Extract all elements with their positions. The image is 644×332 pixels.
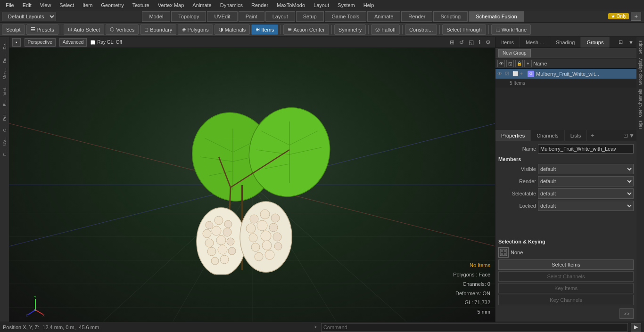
viewport-mode-btn[interactable]: Perspective	[25, 38, 56, 47]
groups-lock-btn[interactable]: 🔒	[515, 60, 523, 67]
tab-animate[interactable]: Animate	[367, 11, 400, 22]
tab-topology[interactable]: Topology	[171, 11, 206, 22]
sidebar-tab-du[interactable]: Du...	[1, 52, 8, 65]
group-eye-icon[interactable]: 👁	[497, 71, 503, 76]
tab-layout[interactable]: Layout	[265, 11, 295, 22]
locked-select[interactable]: default on off	[538, 201, 634, 211]
groups-add-btn[interactable]: +	[524, 60, 532, 67]
vp-settings-icon[interactable]: ⚙	[484, 39, 492, 46]
raygl-checkbox[interactable]	[91, 40, 95, 45]
menu-help[interactable]: Help	[360, 1, 378, 9]
rp-tab-items[interactable]: Items	[495, 37, 520, 48]
menu-texture[interactable]: Texture	[129, 1, 153, 9]
menu-view[interactable]: View	[36, 1, 55, 9]
layout-selector[interactable]: Default Layouts	[2, 12, 56, 21]
sidebar-tab-c[interactable]: C...	[1, 123, 8, 134]
sidebar-tab-e[interactable]: E...	[1, 98, 8, 108]
tab-schematic-fusion[interactable]: Schematic Fusion	[469, 11, 524, 22]
polygons-btn[interactable]: ◈ Polygons	[178, 24, 213, 35]
workplane-btn[interactable]: ⬚ WorkPlane	[491, 24, 531, 35]
presets-btn[interactable]: ☰ Presets	[26, 24, 58, 35]
pt-expand-btn[interactable]: ⊡	[623, 132, 628, 139]
group-box-icon[interactable]: ⬜	[512, 71, 518, 76]
menu-file[interactable]: File	[2, 1, 18, 9]
groups-eye-btn[interactable]: 👁	[497, 60, 505, 67]
rs-tab-user-channels[interactable]: User Channels	[637, 87, 643, 119]
menu-layout[interactable]: Layout	[310, 1, 333, 9]
select-items-btn[interactable]: Select Items	[498, 259, 634, 270]
viewport-toggle-btn[interactable]: ▪	[12, 38, 21, 47]
auto-select-btn[interactable]: ⊡ Auto Select	[64, 24, 104, 35]
vp-camera-icon[interactable]: ◱	[467, 39, 475, 46]
rp-tab-shading[interactable]: Shading	[550, 37, 581, 48]
menu-animate[interactable]: Animate	[189, 1, 215, 9]
tab-uvedit[interactable]: UVEdit	[207, 11, 237, 22]
vertices-btn[interactable]: ⬡ Vertices	[106, 24, 139, 35]
selectable-select[interactable]: default on off	[538, 188, 634, 199]
group-row-mulberry[interactable]: 👁 ☑ ⬜ + G Mulberry_Fruit_White_wit...	[495, 69, 636, 79]
rs-tab-group-display[interactable]: Group Display	[637, 57, 643, 87]
constraints-btn[interactable]: Constrai...	[405, 24, 437, 35]
3d-scene[interactable]: Z X Y No Items Polygons : Face Channels:…	[9, 48, 495, 322]
menu-item[interactable]: Item	[79, 1, 96, 9]
viewport-shading-btn[interactable]: Advanced	[59, 38, 87, 47]
sidebar-tab-uv[interactable]: UV...	[1, 135, 8, 147]
tab-setup[interactable]: Setup	[296, 11, 324, 22]
group-check-icon[interactable]: ☑	[505, 71, 511, 76]
menu-render[interactable]: Render	[248, 1, 272, 9]
falloff-btn[interactable]: ◎ Falloff	[371, 24, 400, 35]
menu-geometry[interactable]: Geometry	[97, 1, 127, 9]
select-through-btn[interactable]: Select Through	[442, 24, 486, 35]
items-btn[interactable]: ⊞ Items	[251, 24, 278, 35]
sidebar-tab-pol[interactable]: Pol...	[1, 109, 8, 123]
cmd-run-btn[interactable]: ▶	[631, 323, 641, 332]
boundary-btn[interactable]: ◻ Boundary	[140, 24, 176, 35]
menu-select[interactable]: Select	[56, 1, 78, 9]
viewport[interactable]: ▪ Perspective Advanced Ray GL: Off ⊞ ↺ ◱…	[9, 37, 495, 322]
menu-vertex-map[interactable]: Vertex Map	[154, 1, 188, 9]
tab-scripting[interactable]: Scripting	[433, 11, 468, 22]
double-arrow-btn[interactable]: >>	[619, 308, 634, 319]
select-channels-btn[interactable]: Select Channels	[498, 271, 634, 282]
key-channels-btn[interactable]: Key Channels	[498, 295, 634, 305]
add-layout-btn[interactable]: +	[631, 12, 641, 21]
tab-paint[interactable]: Paint	[239, 11, 264, 22]
pt-tab-channels[interactable]: Channels	[531, 130, 564, 141]
sidebar-tab-vert[interactable]: Vert...	[1, 82, 8, 97]
sculpt-btn[interactable]: Sculpt	[2, 24, 25, 35]
pt-collapse-btn[interactable]: ▼	[629, 132, 635, 139]
materials-btn[interactable]: ◑ Materials	[215, 24, 250, 35]
menu-dynamics[interactable]: Dynamics	[216, 1, 247, 9]
rp-tab-mesh[interactable]: Mesh ...	[520, 37, 550, 48]
tab-model[interactable]: Model	[142, 11, 170, 22]
menu-system[interactable]: System	[334, 1, 359, 9]
menu-maxtomodo[interactable]: MaxToModo	[273, 1, 309, 9]
new-group-button[interactable]: New Group	[498, 49, 531, 57]
visible-select[interactable]: default on off	[538, 164, 634, 174]
rp-expand-btn[interactable]: ⊡	[616, 37, 626, 48]
rs-tab-tags[interactable]: Tags	[637, 119, 643, 131]
groups-render-btn[interactable]: ◱	[506, 60, 514, 67]
tab-game-tools[interactable]: Game Tools	[325, 11, 367, 22]
key-items-btn[interactable]: Key Items	[498, 283, 634, 293]
group-plus-icon[interactable]: +	[520, 71, 526, 76]
star-badge[interactable]: ★ Only	[608, 13, 629, 19]
action-center-btn[interactable]: ⊕ Action Center	[283, 24, 329, 35]
sidebar-tab-mes[interactable]: Mes...	[1, 66, 8, 81]
rs-tab-groups[interactable]: Groups	[637, 39, 643, 57]
tab-render[interactable]: Render	[401, 11, 432, 22]
menu-edit[interactable]: Edit	[19, 1, 35, 9]
pt-add-tab-btn[interactable]: +	[587, 132, 598, 139]
rp-tab-groups[interactable]: Groups	[581, 37, 610, 48]
pt-tab-lists[interactable]: Lists	[565, 130, 587, 141]
sidebar-tab-f[interactable]: F...	[1, 148, 8, 158]
sidebar-tab-de[interactable]: De...	[1, 39, 8, 51]
rp-collapse-btn[interactable]: ▼	[626, 37, 636, 48]
symmetry-btn[interactable]: Symmetry	[334, 24, 366, 35]
name-input[interactable]	[538, 144, 634, 154]
vp-info-icon[interactable]: ℹ	[477, 39, 482, 46]
vp-refresh-icon[interactable]: ↺	[458, 39, 465, 46]
command-input[interactable]	[321, 323, 628, 332]
render-select[interactable]: default on off	[538, 176, 634, 186]
pt-tab-properties[interactable]: Properties	[495, 130, 531, 141]
